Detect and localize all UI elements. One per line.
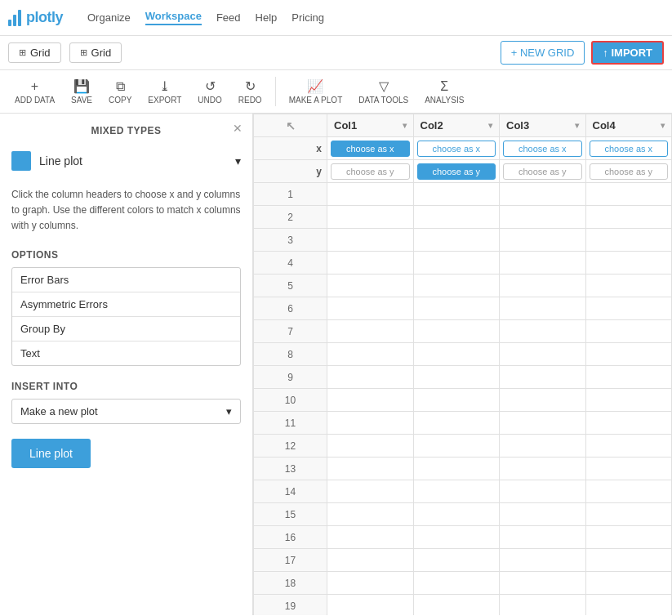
row-num-5: 5 <box>254 275 327 297</box>
row-num-3: 3 <box>254 229 327 252</box>
make-a-plot-button[interactable]: 📈 MAKE A PLOT <box>283 75 349 108</box>
add-data-button[interactable]: + ADD DATA <box>8 76 61 108</box>
nav-pricing[interactable]: Pricing <box>291 11 324 24</box>
col1-arrow-icon: ▾ <box>403 121 407 130</box>
y-cell-col2[interactable]: choose as y <box>413 160 500 183</box>
insert-value: Make a new plot <box>20 405 98 417</box>
x-cell-col4[interactable]: choose as x <box>585 137 672 160</box>
choose-y-col3-button[interactable]: choose as y <box>503 163 582 180</box>
y-cell-col4[interactable]: choose as y <box>585 160 672 183</box>
redo-label: REDO <box>238 96 262 105</box>
analysis-button[interactable]: Σ ANALYSIS <box>418 76 470 108</box>
line-plot-button[interactable]: Line plot <box>11 439 91 468</box>
left-panel: ✕ MIXED TYPES Line plot ▾ Click the colu… <box>0 114 253 615</box>
insert-dropdown[interactable]: Make a new plot ▾ <box>11 399 241 424</box>
table-row: 7 <box>254 320 672 343</box>
make-a-plot-label: MAKE A PLOT <box>289 96 343 105</box>
grid-icon-2: ⊞ <box>80 47 87 58</box>
col1-label: Col1 <box>334 119 357 132</box>
table-row: 14 <box>254 480 672 503</box>
copy-icon: ⧉ <box>116 79 125 94</box>
new-grid-button[interactable]: + NEW GRID <box>501 41 585 65</box>
nav-links: Organize Workspace Feed Help Pricing <box>87 10 324 25</box>
y-cell-col1[interactable]: choose as y <box>327 160 414 183</box>
grid-tab-2[interactable]: ⊞ Grid <box>69 42 122 63</box>
undo-icon: ↺ <box>205 78 216 94</box>
option-asymmetric-errors[interactable]: Asymmetric Errors <box>12 292 240 317</box>
row-num-4: 4 <box>254 252 327 275</box>
insert-label: INSERT INTO <box>11 381 241 392</box>
dropdown-arrow-icon: ▾ <box>235 154 241 167</box>
chart-icon: 📈 <box>307 78 323 94</box>
logo[interactable]: plotly <box>8 9 63 26</box>
data-tools-button[interactable]: ▽ DATA TOOLS <box>352 75 415 108</box>
choose-y-col1-button[interactable]: choose as y <box>331 163 410 180</box>
table-row: 16 <box>254 526 672 549</box>
import-button[interactable]: ↑ IMPORT <box>591 41 664 65</box>
close-button[interactable]: ✕ <box>233 122 243 135</box>
table-row: 3 <box>254 229 672 252</box>
export-button[interactable]: ⤓ EXPORT <box>141 75 188 108</box>
table-row: 4 <box>254 252 672 275</box>
row-num-13: 13 <box>254 458 327 480</box>
insert-dropdown-arrow-icon: ▾ <box>226 405 232 417</box>
table-row: 15 <box>254 503 672 526</box>
choose-x-col1-button[interactable]: choose as x <box>331 141 410 157</box>
table-row: 18 <box>254 572 672 595</box>
copy-button[interactable]: ⧉ COPY <box>102 76 138 108</box>
action-buttons: + NEW GRID ↑ IMPORT <box>501 41 664 65</box>
row-num-17: 17 <box>254 549 327 572</box>
x-cell-col3[interactable]: choose as x <box>500 137 586 160</box>
row-num-10: 10 <box>254 389 327 412</box>
table-row: 5 <box>254 275 672 297</box>
col3-arrow-icon: ▾ <box>575 121 579 130</box>
plot-type-selector: Line plot ▾ <box>11 148 241 174</box>
sigma-icon: Σ <box>440 79 448 94</box>
save-button[interactable]: 💾 SAVE <box>65 75 99 108</box>
toolbar: + ADD DATA 💾 SAVE ⧉ COPY ⤓ EXPORT ↺ UNDO… <box>0 70 672 114</box>
x-axis-row: x choose as x choose as x choose as x ch… <box>254 137 672 160</box>
choose-x-col4-button[interactable]: choose as x <box>590 141 669 157</box>
row-num-7: 7 <box>254 320 327 343</box>
undo-button[interactable]: ↺ UNDO <box>191 75 228 108</box>
analysis-label: ANALYSIS <box>425 96 464 105</box>
col2-arrow-icon: ▾ <box>488 121 492 130</box>
col2-label: Col2 <box>421 119 443 132</box>
choose-y-col4-button[interactable]: choose as y <box>590 163 669 180</box>
grid-tab-2-label: Grid <box>91 47 112 59</box>
plot-type-dropdown[interactable]: Line plot ▾ <box>39 154 241 167</box>
choose-x-col3-button[interactable]: choose as x <box>503 141 582 157</box>
option-error-bars[interactable]: Error Bars <box>12 268 240 292</box>
nav-help[interactable]: Help <box>256 11 278 24</box>
col-header-4[interactable]: Col4 ▾ <box>585 114 672 137</box>
choose-y-col2-button[interactable]: choose as y <box>417 163 496 180</box>
col-header-3[interactable]: Col3 ▾ <box>500 114 586 137</box>
add-data-icon: + <box>31 79 38 94</box>
grid-tabs-row: ⊞ Grid ⊞ Grid + NEW GRID ↑ IMPORT <box>0 36 672 70</box>
x-cell-col1[interactable]: choose as x <box>327 137 414 160</box>
options-label: OPTIONS <box>11 249 241 261</box>
right-table: ↖ Col1 ▾ Col2 ▾ <box>253 114 672 615</box>
option-text[interactable]: Text <box>12 341 240 365</box>
export-label: EXPORT <box>148 96 181 105</box>
option-group-by[interactable]: Group By <box>12 317 240 341</box>
col-header-2[interactable]: Col2 ▾ <box>413 114 500 137</box>
nav-feed[interactable]: Feed <box>216 11 241 24</box>
nav-workspace[interactable]: Workspace <box>145 10 202 25</box>
table-row: 19 <box>254 595 672 616</box>
row-num-12: 12 <box>254 435 327 458</box>
grid-tab-1[interactable]: ⊞ Grid <box>8 42 61 63</box>
y-cell-col3[interactable]: choose as y <box>500 160 586 183</box>
funnel-icon: ▽ <box>379 78 389 94</box>
save-label: SAVE <box>71 96 92 105</box>
col-header-1[interactable]: Col1 ▾ <box>327 114 414 137</box>
y-axis-row: y choose as y choose as y choose as y ch… <box>254 160 672 183</box>
save-icon: 💾 <box>73 78 90 94</box>
nav-organize[interactable]: Organize <box>87 11 131 24</box>
table-row: 17 <box>254 549 672 572</box>
x-cell-col2[interactable]: choose as x <box>413 137 500 160</box>
y-row-label: y <box>254 160 327 183</box>
row-num-9: 9 <box>254 366 327 389</box>
choose-x-col2-button[interactable]: choose as x <box>417 141 496 157</box>
redo-button[interactable]: ↻ REDO <box>232 75 269 108</box>
